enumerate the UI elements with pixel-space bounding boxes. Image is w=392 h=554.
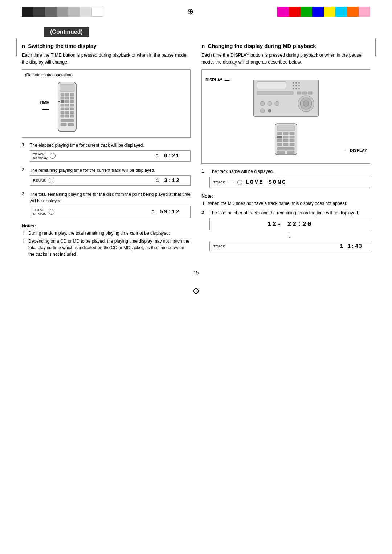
svg-rect-64 (277, 147, 294, 150)
item-3-content: The total remaining playing time for the… (30, 191, 191, 220)
swatch-cyan (335, 7, 347, 17)
readout-circle-2 (49, 178, 54, 183)
svg-rect-9 (65, 100, 69, 103)
svg-rect-61 (277, 143, 282, 146)
time-display-large: 12- 22:20 (209, 218, 370, 230)
notes-heading: Notes: (22, 223, 191, 229)
svg-rect-15 (65, 108, 69, 110)
display-label-text-1: DISPLAY (205, 78, 222, 82)
swatch-pale-gray (80, 7, 91, 17)
svg-rect-65 (277, 151, 285, 154)
svg-rect-17 (61, 111, 64, 114)
love-song-text: LOVE SONG (245, 179, 286, 186)
svg-point-37 (298, 88, 300, 89)
item-1-readout: TRACK No display 1 0:21 (30, 150, 191, 162)
left-column: n Switching the time display Each time t… (22, 43, 191, 259)
svg-rect-54 (290, 132, 294, 135)
item-3-text: The total remaining playing time for the… (30, 191, 191, 204)
display-label-bottom: — DISPLAY (344, 148, 367, 153)
item-2-content: The remaining playing time for the curre… (30, 167, 191, 187)
svg-rect-40 (302, 92, 307, 94)
svg-rect-21 (65, 115, 69, 117)
svg-point-29 (293, 82, 294, 84)
swatch-black (22, 7, 33, 17)
readout-display-1: 1 0:21 (156, 153, 187, 159)
time-track-label: TRACK (213, 244, 225, 248)
svg-point-36 (295, 88, 297, 89)
svg-point-44 (303, 101, 309, 106)
arrow-down: ↓ (209, 232, 370, 240)
display-arrow-2: — (344, 148, 348, 153)
svg-rect-66 (287, 151, 294, 154)
svg-rect-11 (61, 104, 64, 106)
track-circle-right (237, 180, 242, 185)
remote-diagram-box: (Remote control operation) TIME — (22, 69, 191, 138)
right-column: n Changing the display during MD playbac… (201, 43, 370, 259)
right-item-2-content: The total number of tracks and the remai… (209, 210, 370, 253)
device-illustrations (205, 73, 367, 155)
two-column-layout: n Switching the time display Each time t… (22, 43, 370, 259)
crosshair-top: ⊕ (110, 7, 270, 16)
time-arrow-right: — (42, 105, 49, 113)
right-item-1-num: 1 (201, 168, 207, 174)
note-bullet-1: l (23, 230, 27, 236)
note-item-2: l Depending on a CD or MD to be played, … (22, 238, 191, 258)
svg-rect-3 (65, 93, 69, 96)
svg-point-45 (260, 101, 265, 106)
remain-label: REMAIN (33, 178, 46, 182)
swatch-gray (45, 7, 57, 17)
left-section-heading: n Switching the time display (22, 43, 191, 49)
svg-rect-25 (68, 123, 74, 126)
svg-point-48 (260, 109, 265, 113)
color-bar-right (277, 7, 370, 17)
svg-rect-18 (65, 111, 69, 114)
svg-rect-41 (308, 92, 312, 94)
svg-point-49 (268, 109, 271, 112)
svg-rect-59 (283, 139, 288, 142)
svg-rect-1 (60, 84, 74, 92)
device-diagram-box: DISPLAY — (201, 69, 370, 164)
track-label-1: TRACK (33, 152, 48, 156)
swatch-white (91, 7, 103, 17)
svg-rect-16 (70, 108, 74, 110)
bottom-crosshair: ⊕ (22, 283, 370, 299)
svg-rect-24 (61, 123, 66, 126)
svg-rect-4 (70, 93, 74, 96)
svg-point-31 (298, 82, 300, 84)
swatch-magenta (277, 7, 289, 17)
svg-rect-53 (283, 132, 288, 135)
right-item-2-num: 2 (201, 210, 207, 215)
note-item-1: l During random play, the total remainin… (22, 230, 191, 236)
svg-rect-14 (61, 108, 64, 110)
svg-rect-62 (283, 143, 288, 146)
svg-point-33 (295, 85, 297, 86)
svg-rect-56 (283, 136, 288, 138)
page-number: 15 (22, 270, 370, 275)
svg-rect-22 (70, 115, 74, 117)
item-1-text: The elapsed playing time for current tra… (30, 142, 191, 149)
right-item-1: 1 The track name will be displayed. TRAC… (201, 168, 370, 190)
remote-svg-right (268, 123, 304, 155)
left-heading-text: Switching the time display (28, 43, 96, 49)
left-body-text: Each time the TIME button is pressed dur… (22, 52, 191, 66)
svg-point-47 (275, 101, 279, 106)
svg-point-32 (293, 85, 294, 86)
svg-rect-38 (257, 92, 293, 94)
svg-rect-5 (61, 97, 64, 99)
svg-rect-20 (61, 115, 64, 117)
readout-display-3: 1 59:12 (152, 209, 187, 215)
swatch-mid-gray (57, 7, 68, 17)
right-item-1-text: The track name will be displayed. (209, 168, 370, 175)
main-content: n Switching the time display Each time t… (0, 43, 392, 299)
item-3-readout-labels: TOTAL REMAIN (33, 208, 46, 216)
item-2-readout-labels: REMAIN (33, 178, 46, 182)
right-note-item-1: l When the MD does not have a track name… (201, 200, 370, 207)
right-body-text: Each time the DISPLAY button is pressed … (201, 52, 370, 66)
svg-point-46 (268, 101, 272, 106)
right-heading-bullet: n (201, 43, 205, 49)
right-section-heading: n Changing the display during MD playbac… (201, 43, 370, 49)
md-player-svg (250, 76, 322, 120)
color-bar-container: ⊕ (0, 0, 392, 20)
time-display-large-val: 12- 22:20 (267, 221, 312, 228)
svg-rect-51 (277, 126, 295, 131)
